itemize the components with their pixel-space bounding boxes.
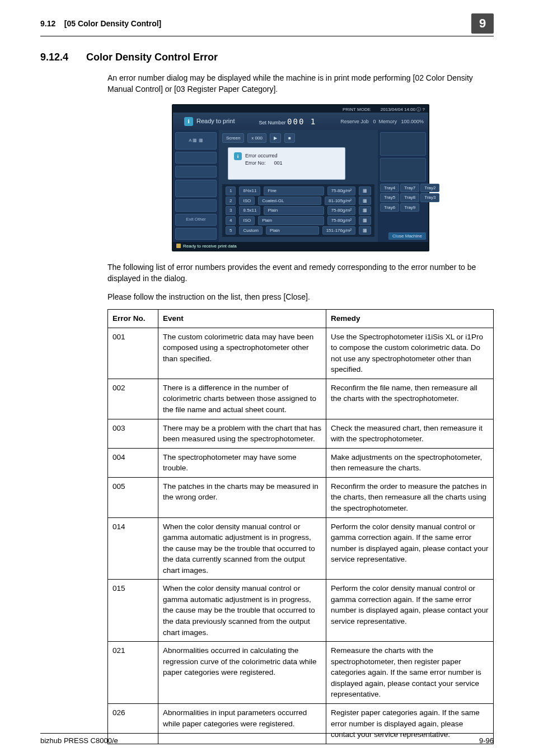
table-row: 014When the color density manual control… <box>108 517 494 580</box>
tray-button[interactable]: Tray3 <box>420 193 439 202</box>
grid-icon[interactable]: ▦ <box>359 226 371 235</box>
list-cell: 81-105g/m² <box>325 197 355 206</box>
list-cell: Fine <box>264 186 324 195</box>
info-icon: i <box>184 117 193 126</box>
tray-button[interactable]: Tray4 <box>380 184 399 193</box>
footer-page: 9-96 <box>479 736 494 746</box>
dialog-line2: Error No: <box>245 160 266 166</box>
set-number-label: Set Number <box>259 120 286 125</box>
tray-button[interactable]: Tray8 <box>400 193 419 202</box>
left-tile[interactable]: A ▦ ▦ <box>175 132 217 150</box>
info-icon: i <box>234 152 242 160</box>
table-row: 004The spectrophotometer may have some t… <box>108 448 494 477</box>
list-cell: 2 <box>226 197 236 206</box>
dialog-error-code: 001 <box>274 160 283 166</box>
col-event: Event <box>158 310 326 328</box>
list-cell: 1 <box>226 186 236 195</box>
right-panel <box>380 158 426 181</box>
cell-remedy: Remeasure the charts with the spectropho… <box>326 642 494 704</box>
grid-icon[interactable]: ▦ <box>359 197 371 206</box>
ss-footer-text: Ready to receive print data <box>183 243 237 250</box>
cell-error-no: 001 <box>108 328 158 379</box>
table-header-row: Error No. Event Remedy <box>108 310 494 328</box>
left-tile[interactable] <box>175 166 217 178</box>
list-cell: 75-80g/m² <box>327 186 355 195</box>
dialog-line1: Error occurred <box>245 152 283 160</box>
cell-event: The patches in the charts may be measure… <box>158 477 326 517</box>
list-cell: 4 <box>226 216 236 225</box>
ss-datetime: PRINT MODE 2013/04/04 14:00 ⓘ ? <box>173 105 428 113</box>
list-cell: Coated-GL <box>258 197 321 206</box>
left-tile[interactable] <box>175 228 217 240</box>
list-cell: 5 <box>226 226 236 235</box>
list-cell: 8½x11 <box>239 186 260 195</box>
close-machine-button[interactable]: Close Machine <box>388 232 426 240</box>
embedded-screenshot: PRINT MODE 2013/04/04 14:00 ⓘ ? i Ready … <box>172 104 429 251</box>
chapter-badge: 9 <box>471 13 494 34</box>
grid-icon[interactable]: ▦ <box>359 206 371 215</box>
cell-error-no: 015 <box>108 580 158 642</box>
play-button[interactable]: ▶ <box>270 133 281 143</box>
left-tile[interactable] <box>175 152 217 164</box>
table-row: 001The custom colorimetric data may have… <box>108 328 494 379</box>
table-row: 021Abnormalities occurred in calculating… <box>108 642 494 704</box>
ss-left-panel: A ▦ ▦ Exit Other <box>173 130 219 242</box>
ready-label: Ready to print <box>196 117 235 126</box>
list-cell: 75-80g/m² <box>327 206 355 215</box>
header-left: 9.12 [05 Color Density Control] <box>40 18 161 29</box>
left-tile[interactable] <box>175 199 217 211</box>
post-image-para-1: The following list of error numbers prov… <box>107 262 494 284</box>
list-cell: Plain <box>266 226 319 235</box>
error-table: Error No. Event Remedy 001The custom col… <box>107 309 494 744</box>
tray-button[interactable]: Tray7 <box>400 184 419 193</box>
left-tile[interactable] <box>175 180 217 197</box>
cell-remedy: Make adjustments on the spectrophotomete… <box>326 448 494 477</box>
heading-number: 9.12.4 <box>40 50 68 64</box>
zero-label: 0 <box>373 119 376 124</box>
table-row: 002There is a difference in the number o… <box>108 379 494 419</box>
col-error-no: Error No. <box>108 310 158 328</box>
list-cell: 3 <box>226 206 236 215</box>
list-cell: ISO <box>239 197 255 206</box>
tray-button[interactable]: Tray5 <box>380 193 399 202</box>
list-cell: 75-80g/m² <box>327 216 355 225</box>
cell-event: The spectrophotometer may have some trou… <box>158 448 326 477</box>
memory-label: Memory <box>378 119 397 124</box>
tray-button[interactable]: Tray9 <box>400 203 419 212</box>
stop-button[interactable]: ■ <box>284 133 295 143</box>
footer-model: bizhub PRESS C8000/e <box>40 736 118 746</box>
x000-button[interactable]: x 000 <box>247 133 266 143</box>
cell-error-no: 021 <box>108 642 158 704</box>
grid-icon[interactable]: ▦ <box>359 216 371 225</box>
tray-button[interactable]: Tray2 <box>420 184 439 193</box>
cell-event: The custom colorimetric data may have be… <box>158 328 326 379</box>
cell-remedy: Perform the color density manual control… <box>326 580 494 642</box>
post-image-para-2: Please follow the instruction on the lis… <box>107 291 494 302</box>
table-row: 003There may be a problem with the chart… <box>108 419 494 448</box>
intro-paragraph: An error number dialog may be displayed … <box>107 72 494 95</box>
section-heading: 9.12.4 Color Density Control Error <box>40 50 494 64</box>
tray-button[interactable]: Tray6 <box>380 203 399 212</box>
screen-button[interactable]: Screen <box>222 133 244 143</box>
page-header: 9.12 [05 Color Density Control] 9 <box>40 13 494 36</box>
ss-right-panel: Tray4 Tray7 Tray2 Tray5 Tray8 Tray3 Tray… <box>378 130 428 242</box>
ss-main: Screen x 000 ▶ ■ i Error occurred Error … <box>219 130 378 242</box>
reserve-label: Reserve Job <box>340 119 369 124</box>
page-footer: bizhub PRESS C8000/e 9-96 <box>40 733 494 746</box>
right-panel <box>380 132 426 156</box>
cell-remedy: Reconfirm the file name, then remeasure … <box>326 379 494 419</box>
cell-event: When the color density manual control or… <box>158 517 326 580</box>
ss-footer: Ready to receive print data <box>173 242 428 251</box>
cell-error-no: 014 <box>108 517 158 580</box>
ss-mode-label: PRINT MODE <box>343 107 371 112</box>
header-section-title: [05 Color Density Control] <box>64 19 161 28</box>
cell-remedy: Check the measured chart, then remeasure… <box>326 419 494 448</box>
ss-top-bar: i Ready to print Set Number 000 1 Reserv… <box>173 113 428 129</box>
ss-body: A ▦ ▦ Exit Other Screen x 000 ▶ ■ <box>173 130 428 242</box>
exit-other-button[interactable]: Exit Other <box>175 214 217 226</box>
table-row: 015When the color density manual control… <box>108 580 494 642</box>
cell-remedy: Use the Spectrophotometer i1iSis XL or i… <box>326 328 494 379</box>
grid-icon[interactable]: ▦ <box>359 186 371 195</box>
lock-icon <box>176 244 181 248</box>
table-row: 005The patches in the charts may be meas… <box>108 477 494 517</box>
